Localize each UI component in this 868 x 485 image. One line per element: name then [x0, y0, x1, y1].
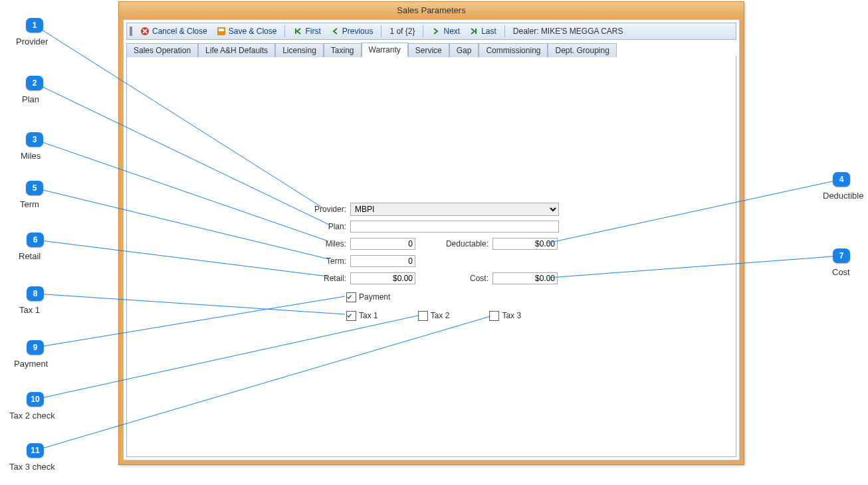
callout-label: Term: [20, 199, 39, 209]
tax3-checkbox[interactable]: Tax 3: [489, 311, 521, 321]
toolbar-separator: [423, 25, 423, 37]
cost-label: Cost:: [415, 274, 492, 283]
callout-label: Deductible: [823, 191, 863, 201]
callout-badge: 1: [26, 18, 43, 33]
provider-select[interactable]: MBPI: [350, 203, 559, 216]
window-title: Sales Parameters: [397, 5, 465, 15]
tax2-label: Tax 2: [431, 311, 450, 320]
first-label: First: [305, 27, 320, 36]
client-area: Cancel & Close Save & Close First Previo: [123, 19, 740, 460]
close-icon: [140, 27, 150, 36]
save-icon: [217, 27, 226, 36]
deductable-label: Deductable:: [415, 239, 492, 248]
payment-label: Payment: [359, 292, 390, 302]
callout-label: Payment: [14, 359, 48, 369]
payment-checkbox[interactable]: Payment: [346, 292, 390, 302]
callout-badge: 7: [833, 248, 850, 263]
cost-input[interactable]: [492, 272, 558, 284]
next-icon: [431, 27, 441, 36]
retail-input[interactable]: [350, 272, 415, 284]
last-icon: [469, 27, 479, 36]
term-input[interactable]: [350, 255, 415, 267]
callout-badge: 6: [27, 233, 44, 247]
callout-badge: 4: [833, 172, 850, 187]
previous-icon: [330, 27, 340, 36]
titlebar[interactable]: Sales Parameters: [119, 2, 744, 18]
callout-badge: 2: [26, 76, 43, 90]
callout-label: Tax 2 check: [9, 411, 55, 421]
first-button[interactable]: First: [289, 25, 324, 37]
tab-strip: Sales Operation Life A&H Defaults Licens…: [126, 43, 736, 57]
checkbox-icon: [418, 311, 428, 321]
toolbar: Cancel & Close Save & Close First Previo: [126, 23, 736, 40]
tax3-label: Tax 3: [502, 311, 521, 320]
tab-taxing[interactable]: Taxing: [324, 43, 362, 57]
dealer-info: Dealer: MIKE'S MEGGA CARS: [509, 27, 627, 36]
callout-badge: 3: [26, 132, 43, 147]
callout-label: Plan: [22, 94, 39, 104]
plan-input[interactable]: [350, 221, 559, 233]
plan-label: Plan:: [300, 222, 350, 231]
tab-gap[interactable]: Gap: [449, 43, 479, 57]
retail-label: Retail:: [300, 274, 350, 283]
tax1-checkbox[interactable]: Tax 1: [346, 311, 378, 321]
callout-badge: 8: [27, 286, 44, 301]
tab-warranty[interactable]: Warranty: [362, 43, 408, 57]
callout-label: Tax 1: [19, 305, 40, 315]
last-button[interactable]: Last: [465, 25, 500, 37]
checkbox-icon-checked: [346, 292, 356, 302]
term-label: Term:: [300, 256, 350, 266]
next-button[interactable]: Next: [427, 25, 464, 37]
callout-label: Cost: [832, 267, 850, 277]
tab-commissioning[interactable]: Commissioning: [479, 43, 548, 57]
window-frame: Sales Parameters Cancel & Close Save & C…: [118, 1, 744, 465]
tab-dept-grouping[interactable]: Dept. Grouping: [548, 43, 616, 57]
previous-label: Previous: [342, 27, 374, 36]
cancel-close-button[interactable]: Cancel & Close: [136, 25, 211, 37]
save-close-button[interactable]: Save & Close: [213, 25, 281, 37]
callout-badge: 11: [27, 443, 44, 458]
tax1-label: Tax 1: [359, 311, 378, 320]
callout-label: Retail: [19, 251, 41, 261]
record-position: 1 of {2}: [385, 27, 419, 36]
last-label: Last: [481, 27, 496, 36]
tab-service[interactable]: Service: [408, 43, 449, 57]
toolbar-grip[interactable]: [130, 27, 132, 36]
tax2-checkbox[interactable]: Tax 2: [418, 311, 450, 321]
cancel-close-label: Cancel & Close: [152, 27, 207, 36]
callout-label: Tax 3 check: [9, 462, 55, 472]
save-close-label: Save & Close: [229, 27, 277, 36]
tab-life-ah-defaults[interactable]: Life A&H Defaults: [198, 43, 275, 57]
callout-badge: 5: [26, 181, 43, 195]
provider-label: Provider:: [300, 205, 350, 214]
callout-badge: 9: [27, 340, 44, 355]
callout-label: Miles: [21, 151, 41, 161]
tab-sales-operation[interactable]: Sales Operation: [126, 43, 198, 57]
toolbar-separator: [381, 25, 381, 37]
callout-label: Provider: [16, 37, 48, 47]
toolbar-separator: [284, 25, 285, 37]
miles-input[interactable]: [350, 238, 415, 250]
next-label: Next: [443, 27, 460, 36]
previous-button[interactable]: Previous: [326, 25, 378, 37]
first-icon: [293, 27, 302, 36]
checkbox-icon-checked: [346, 311, 356, 321]
toolbar-separator: [504, 25, 505, 37]
checkbox-icon: [489, 311, 499, 321]
callout-badge: 10: [27, 392, 44, 407]
miles-label: Miles:: [300, 239, 350, 248]
deductable-input[interactable]: [492, 238, 558, 250]
tab-licensing[interactable]: Licensing: [275, 43, 324, 57]
tab-content-warranty: Provider: MBPI Plan: Miles: Deductable: …: [126, 56, 736, 457]
